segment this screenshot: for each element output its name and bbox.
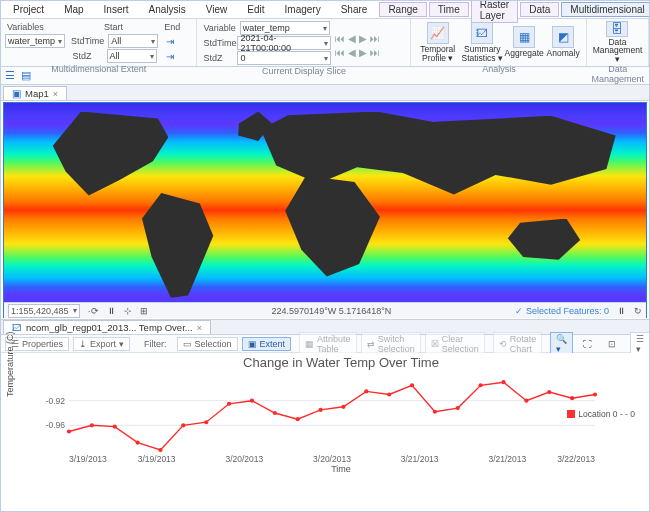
- btn-filter-selection[interactable]: ▭ Selection: [177, 337, 238, 351]
- group-caption-datamgmt: Data Management: [591, 63, 644, 85]
- svg-point-32: [547, 390, 551, 394]
- svg-point-28: [456, 406, 460, 410]
- group-caption-analysis: Analysis: [415, 63, 582, 75]
- map-status-bar: 1:155,420,485▾ ·⟳ ⏸ ⊹ ⊞ 224.5970149°W 5.…: [4, 302, 646, 318]
- chart-tab[interactable]: 🗠 ncom_glb_regp01_2013... Temp Over... ×: [3, 320, 211, 334]
- btn-summary-statistics[interactable]: 🗠Summary Statistics ▾: [460, 21, 505, 63]
- svg-text:-0.92: -0.92: [46, 396, 66, 406]
- svg-text:3/20/2013: 3/20/2013: [225, 454, 263, 464]
- map-tab[interactable]: ▣ Map1 ×: [3, 86, 67, 100]
- aggregate-icon: ▦: [513, 26, 535, 48]
- tool-rotate-icon[interactable]: ·⟳: [88, 306, 99, 316]
- lock-stdz-icon[interactable]: ⇥: [162, 49, 178, 63]
- ribbon-group-analysis: 📈Temporal Profile ▾ 🗠Summary Statistics …: [411, 19, 587, 66]
- stats-icon: 🗠: [471, 22, 493, 44]
- chart-toolbar: ☰ Properties ⤓ Export ▾ Filter: ▭ Select…: [1, 335, 649, 353]
- svg-point-19: [250, 399, 254, 403]
- ribbon-group-slice: Variable water_temp▾ StdTime 2021-04-21T…: [197, 19, 411, 66]
- menu-edit[interactable]: Edit: [237, 2, 274, 17]
- combo-stdtime-start[interactable]: All▾: [108, 34, 158, 48]
- chart-icon: 📈: [427, 22, 449, 44]
- svg-point-17: [204, 420, 208, 424]
- svg-point-16: [181, 423, 185, 427]
- map-view[interactable]: 1:155,420,485▾ ·⟳ ⏸ ⊹ ⊞ 224.5970149°W 5.…: [3, 102, 647, 318]
- svg-point-25: [387, 392, 391, 396]
- svg-point-15: [158, 448, 162, 452]
- catalog-pane-icon[interactable]: ▤: [21, 69, 31, 82]
- chart-legend: Location 0 - - 0: [567, 409, 635, 419]
- svg-point-24: [364, 389, 368, 393]
- svg-text:3/21/2013: 3/21/2013: [401, 454, 439, 464]
- btn-switch-selection[interactable]: ⇄ Switch Selection: [361, 332, 421, 356]
- scale-combo[interactable]: 1:155,420,485▾: [8, 304, 80, 318]
- svg-point-23: [341, 405, 345, 409]
- menu-map[interactable]: Map: [54, 2, 93, 17]
- btn-data-management[interactable]: 🗄Data Management ▾: [591, 21, 643, 63]
- btn-attribute-table[interactable]: ▦ Attribute Table: [299, 332, 357, 356]
- btn-rotate-chart[interactable]: ⟲ Rotate Chart: [493, 332, 543, 356]
- btn-reset[interactable]: ⊡: [602, 337, 622, 351]
- label-filter: Filter:: [138, 337, 173, 351]
- close-icon[interactable]: ×: [197, 323, 202, 333]
- pause-drawing-icon[interactable]: ⏸: [617, 306, 626, 316]
- lock-stdtime-icon[interactable]: ⇥: [162, 34, 178, 48]
- btn-anomaly[interactable]: ◩Anomaly: [544, 21, 583, 63]
- chart-area: Change in Water Temp Over Time Temperatu…: [1, 353, 649, 481]
- tab-multidimensional[interactable]: Multidimensional: [561, 2, 650, 17]
- chart-plot[interactable]: -0.92-0.963/19/20133/19/20133/20/20133/2…: [41, 372, 601, 464]
- selected-features-readout: ✓ Selected Features: 0: [515, 306, 609, 316]
- slice-z-nav[interactable]: ⏮◀▶⏭: [335, 47, 380, 58]
- svg-point-26: [410, 383, 414, 387]
- tool-pause-icon[interactable]: ⏸: [107, 306, 116, 316]
- btn-aggregate[interactable]: ▦Aggregate: [505, 21, 544, 63]
- tool-grid-icon[interactable]: ⊞: [140, 306, 148, 316]
- combo-stdz-start[interactable]: All▾: [107, 49, 157, 63]
- menu-view[interactable]: View: [196, 2, 238, 17]
- menu-analysis[interactable]: Analysis: [139, 2, 196, 17]
- ribbon-group-datamgmt: 🗄Data Management ▾ Data Management: [587, 19, 649, 66]
- tab-time[interactable]: Time: [429, 2, 469, 17]
- svg-text:3/22/2013: 3/22/2013: [557, 454, 595, 464]
- tab-range[interactable]: Range: [379, 2, 426, 17]
- tab-data[interactable]: Data: [520, 2, 559, 17]
- svg-point-27: [433, 410, 437, 414]
- continents-overlay: [4, 103, 646, 317]
- map-tab-strip: ▣ Map1 ×: [1, 85, 649, 101]
- close-icon[interactable]: ×: [53, 89, 58, 99]
- svg-point-14: [136, 441, 140, 445]
- svg-point-12: [90, 423, 94, 427]
- svg-text:3/19/2013: 3/19/2013: [69, 454, 107, 464]
- menu-bar: Project Map Insert Analysis View Edit Im…: [1, 1, 649, 19]
- btn-filter-extent[interactable]: ▣ Extent: [242, 337, 292, 351]
- group-caption-slice: Current Display Slice: [201, 65, 406, 77]
- refresh-icon[interactable]: ↻: [634, 306, 642, 316]
- menu-project[interactable]: Project: [3, 2, 54, 17]
- combo-variable[interactable]: water_temp▾: [5, 34, 65, 48]
- contents-pane-icon[interactable]: ☰: [5, 69, 15, 82]
- combo-slice-stdz[interactable]: 0▾: [237, 51, 331, 65]
- svg-point-20: [273, 411, 277, 415]
- btn-full-extent[interactable]: ⛶: [577, 337, 598, 351]
- group-caption-extent: Multidimensional Extent: [5, 63, 192, 75]
- btn-chart-menu[interactable]: ☰ ▾: [630, 332, 650, 356]
- label-variables: Variables: [5, 21, 65, 33]
- label-end: End: [162, 21, 182, 33]
- svg-point-30: [501, 380, 505, 384]
- svg-text:-0.96: -0.96: [46, 420, 66, 430]
- svg-point-22: [318, 408, 322, 412]
- chart-tab-label: ncom_glb_regp01_2013... Temp Over...: [26, 322, 193, 333]
- menu-share[interactable]: Share: [331, 2, 378, 17]
- btn-temporal-profile[interactable]: 📈Temporal Profile ▾: [415, 21, 460, 63]
- combo-slice-stdtime[interactable]: 2021-04-21T00:00:00▾: [237, 36, 331, 50]
- btn-clear-selection[interactable]: ☒ Clear Selection: [425, 332, 485, 356]
- tool-snap-icon[interactable]: ⊹: [124, 306, 132, 316]
- svg-point-11: [67, 429, 71, 433]
- svg-text:3/20/2013: 3/20/2013: [313, 454, 351, 464]
- btn-zoom-mode[interactable]: 🔍 ▾: [550, 332, 573, 356]
- menu-insert[interactable]: Insert: [94, 2, 139, 17]
- label-stdz: StdZ: [71, 50, 105, 62]
- menu-imagery[interactable]: Imagery: [275, 2, 331, 17]
- slice-time-nav[interactable]: ⏮◀▶⏭: [335, 33, 380, 44]
- btn-export[interactable]: ⤓ Export ▾: [73, 337, 130, 351]
- map-icon: ▣: [12, 88, 21, 99]
